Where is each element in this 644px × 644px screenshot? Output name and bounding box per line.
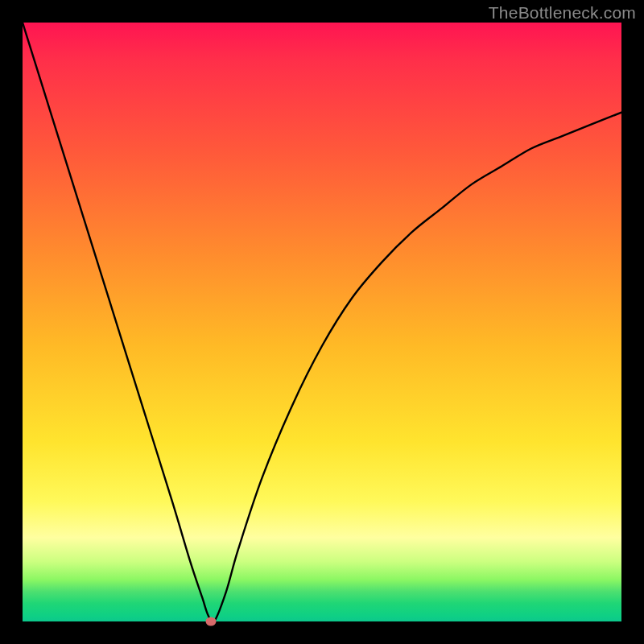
- minimum-marker: [206, 617, 217, 626]
- bottleneck-curve-path: [23, 23, 621, 621]
- watermark-text: TheBottleneck.com: [489, 3, 636, 23]
- chart-frame: TheBottleneck.com: [0, 0, 644, 644]
- plot-area: [23, 23, 621, 621]
- curve-svg: [23, 23, 621, 621]
